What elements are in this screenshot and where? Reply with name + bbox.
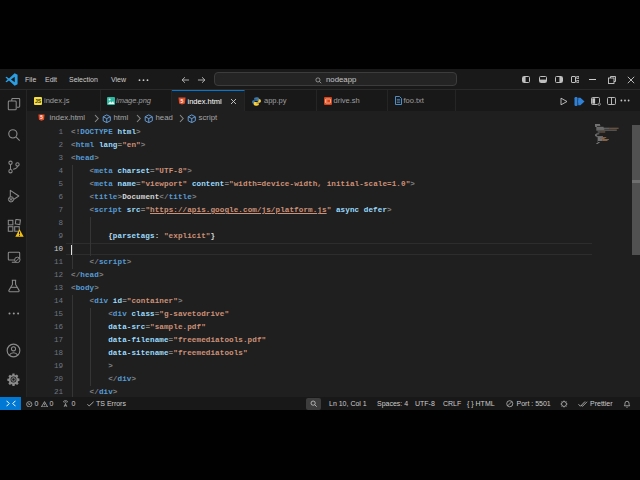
svg-text:5: 5: [181, 98, 184, 104]
svg-text:JS: JS: [35, 98, 42, 104]
